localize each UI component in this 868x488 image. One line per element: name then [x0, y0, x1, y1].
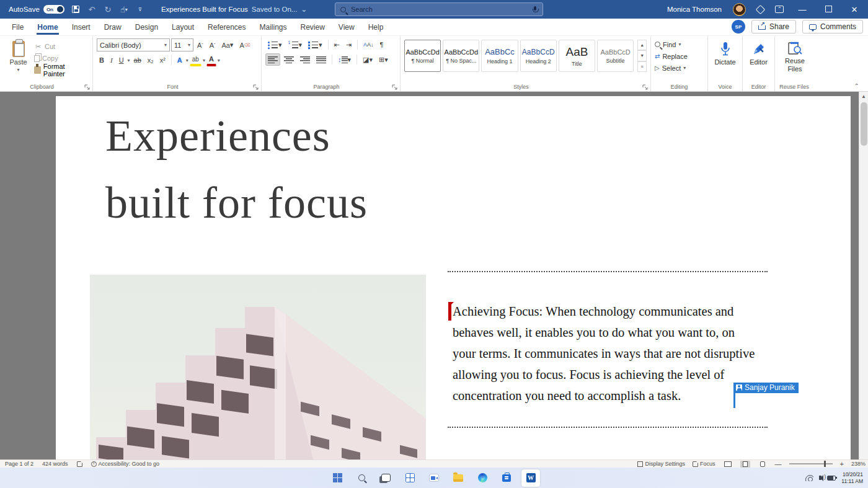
comments-button[interactable]: Comments [802, 20, 863, 33]
shading-button[interactable]: ◪▾ [360, 53, 375, 66]
document-page[interactable]: Experiences built for focus [56, 96, 851, 459]
find-button[interactable]: Find▾ [655, 39, 704, 50]
increase-indent-button[interactable]: ⇥ [343, 38, 354, 51]
vertical-scrollbar[interactable]: ▲ [859, 92, 868, 459]
tab-layout[interactable]: Layout [165, 20, 201, 35]
minimize-button[interactable]: — [795, 5, 810, 14]
clear-formatting-button[interactable]: A⌫ [237, 39, 252, 51]
paragraph-dialog-launcher[interactable] [392, 84, 397, 90]
accessibility-status[interactable]: Accessibility: Good to go [91, 461, 160, 467]
tab-draw[interactable]: Draw [97, 20, 128, 35]
paste-chevron-icon[interactable]: ▾ [17, 67, 20, 73]
style-heading-1[interactable]: AaBbCc Heading 1 [481, 40, 518, 72]
styles-scroll-up-button[interactable]: ▲ [637, 40, 647, 50]
collaborator-presence-badge[interactable]: SP [732, 20, 745, 33]
italic-button[interactable]: I [108, 54, 115, 66]
collapse-ribbon-button[interactable]: ⌃ [854, 82, 859, 89]
quick-access-chevron-icon[interactable]: ⊽ [135, 4, 145, 14]
strikethrough-button[interactable]: ab [131, 54, 144, 66]
proofing-status-icon[interactable] [77, 461, 82, 467]
font-dialog-launcher[interactable] [253, 84, 259, 90]
restore-button[interactable] [821, 5, 836, 14]
redo-icon[interactable]: ↻ [103, 4, 113, 14]
numbering-button[interactable]: ▾ [286, 38, 305, 51]
tab-help[interactable]: Help [361, 20, 391, 35]
autosave-toggle[interactable]: AutoSave On [9, 5, 64, 14]
line-spacing-button[interactable]: ↕▾ [335, 53, 353, 66]
building-image[interactable] [90, 275, 426, 459]
autosave-switch[interactable]: On [43, 5, 64, 14]
taskbar-search-button[interactable] [352, 469, 371, 487]
read-mode-button[interactable] [723, 461, 733, 468]
diamond-icon[interactable] [756, 4, 766, 14]
display-settings-button[interactable]: Display Settings [637, 461, 685, 467]
tab-references[interactable]: References [201, 20, 252, 35]
reuse-files-button[interactable]: Reuse Files [779, 38, 811, 73]
print-layout-button[interactable] [740, 461, 750, 468]
change-case-button[interactable]: Aa▾ [219, 39, 236, 51]
start-button[interactable] [328, 469, 347, 487]
multilevel-list-button[interactable]: ▾ [306, 38, 325, 51]
sort-button[interactable]: AA↓ [361, 38, 376, 51]
search-mic-icon[interactable] [533, 6, 538, 13]
style-heading-2[interactable]: AaBbCcD Heading 2 [520, 40, 557, 72]
bold-button[interactable]: B [97, 54, 107, 66]
tab-review[interactable]: Review [294, 20, 332, 35]
styles-scroll-down-button[interactable]: ▼ [637, 50, 647, 61]
font-name-select[interactable]: Calibri (Body)▾ [97, 38, 170, 51]
zoom-slider[interactable] [789, 463, 833, 464]
microsoft-store-button[interactable] [497, 469, 516, 487]
tab-file[interactable]: File [5, 20, 30, 35]
tab-home[interactable]: Home [30, 20, 64, 35]
shrink-font-button[interactable]: Aˇ [207, 39, 218, 51]
styles-gallery-expand-button[interactable]: ≡ [637, 61, 647, 72]
word-taskbar-button[interactable]: W [521, 469, 540, 487]
close-button[interactable]: ✕ [847, 5, 862, 14]
search-box[interactable]: Search [335, 2, 543, 16]
tab-design[interactable]: Design [128, 20, 165, 35]
web-layout-button[interactable] [758, 461, 768, 468]
saved-status[interactable]: Saved to On... [252, 6, 298, 13]
zoom-out-button[interactable]: — [775, 460, 782, 468]
show-formatting-marks-button[interactable]: ¶ [378, 38, 386, 51]
page-number-status[interactable]: Page 1 of 2 [5, 461, 33, 467]
clipboard-dialog-launcher[interactable] [84, 84, 90, 90]
tab-view[interactable]: View [332, 20, 361, 35]
edge-button[interactable] [473, 469, 492, 487]
saved-status-chevron-icon[interactable]: ⌄ [301, 5, 307, 14]
grow-font-button[interactable]: Aˆ [195, 39, 206, 51]
user-name[interactable]: Monica Thomson [667, 6, 722, 13]
align-left-button[interactable] [265, 53, 280, 66]
paste-button[interactable]: Paste ▾ [4, 38, 33, 81]
tab-insert[interactable]: Insert [65, 20, 97, 35]
editor-button[interactable]: Editor [746, 38, 771, 66]
chat-button[interactable] [425, 469, 443, 487]
wifi-icon[interactable] [805, 475, 813, 481]
align-center-button[interactable] [281, 53, 296, 66]
styles-dialog-launcher[interactable] [642, 84, 648, 90]
bullets-button[interactable]: ▾ [265, 38, 285, 51]
replace-button[interactable]: ⇄Replace [655, 51, 704, 61]
font-color-button[interactable]: A [206, 54, 216, 66]
task-view-button[interactable] [376, 469, 395, 487]
align-right-button[interactable] [298, 53, 312, 66]
body-paragraph[interactable]: Achieving Focus: When technology communi… [453, 301, 758, 406]
tab-mailings[interactable]: Mailings [252, 20, 293, 35]
widgets-button[interactable] [401, 469, 419, 487]
font-size-select[interactable]: 11▾ [171, 38, 193, 51]
scrollbar-thumb[interactable] [861, 102, 867, 146]
zoom-in-button[interactable]: + [840, 460, 844, 468]
scroll-up-button[interactable]: ▲ [859, 92, 868, 101]
underline-button[interactable]: U [117, 54, 126, 66]
text-effects-button[interactable]: A [175, 54, 185, 66]
zoom-slider-thumb[interactable] [824, 461, 826, 467]
focus-button[interactable]: Focus [693, 461, 715, 467]
subscript-button[interactable]: x₂ [145, 54, 156, 66]
style-subtitle[interactable]: AaBbCcD Subtitle [597, 40, 634, 72]
superscript-button[interactable]: x² [157, 54, 168, 66]
undo-icon[interactable]: ↶ [87, 4, 97, 14]
volume-icon[interactable] [819, 476, 822, 480]
style-title[interactable]: AaB Title [559, 40, 595, 72]
save-icon[interactable] [71, 4, 81, 14]
justify-button[interactable] [314, 53, 329, 66]
